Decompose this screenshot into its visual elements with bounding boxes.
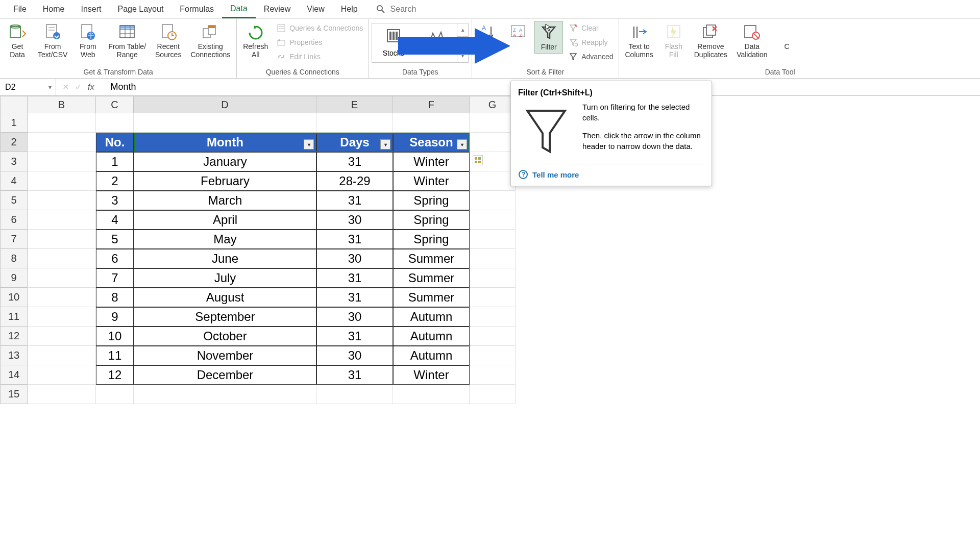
remove-duplicates-button[interactable]: Remove Duplicates: [691, 21, 730, 61]
row-header-7[interactable]: 7: [0, 230, 28, 249]
tab-page-layout[interactable]: Page Layout: [109, 1, 172, 17]
quick-analysis-icon[interactable]: [473, 155, 483, 165]
row-header-9[interactable]: 9: [0, 268, 28, 288]
cell-E14[interactable]: 31: [316, 365, 393, 385]
cell-C1[interactable]: [96, 113, 134, 133]
tell-me-more-link[interactable]: ? Tell me more: [518, 164, 704, 180]
cell-F12[interactable]: Autumn: [393, 327, 470, 346]
row-header-10[interactable]: 10: [0, 288, 28, 307]
cell-E7[interactable]: 31: [316, 230, 393, 249]
cell-C11[interactable]: 9: [96, 307, 134, 327]
cancel-edit-icon[interactable]: ✕: [62, 82, 69, 92]
cell-D5[interactable]: March: [134, 191, 316, 210]
cell-D7[interactable]: May: [134, 230, 316, 249]
filter-button[interactable]: Filter: [534, 21, 563, 54]
tab-data[interactable]: Data: [222, 1, 256, 18]
cell-B11[interactable]: [28, 307, 96, 327]
tab-formulas[interactable]: Formulas: [172, 1, 222, 17]
cell-B12[interactable]: [28, 327, 96, 346]
cell-G15[interactable]: [470, 385, 516, 404]
cell-D12[interactable]: October: [134, 327, 316, 346]
get-data-button[interactable]: Get Data: [3, 21, 32, 61]
row-header-13[interactable]: 13: [0, 346, 28, 365]
cell-E11[interactable]: 30: [316, 307, 393, 327]
cell-F8[interactable]: Summer: [393, 249, 470, 268]
cell-B2[interactable]: [28, 133, 96, 152]
cell-D13[interactable]: November: [134, 346, 316, 365]
from-table-button[interactable]: From Table/ Range: [105, 21, 149, 61]
cell-B15[interactable]: [28, 385, 96, 404]
tab-file[interactable]: File: [5, 1, 35, 17]
cell-E1[interactable]: [316, 113, 393, 133]
cell-F9[interactable]: Summer: [393, 268, 470, 288]
cell-C13[interactable]: 11: [96, 346, 134, 365]
clear-filter-button[interactable]: Clear: [566, 22, 615, 34]
refresh-all-button[interactable]: Refresh All: [240, 21, 271, 61]
properties-button[interactable]: Properties: [274, 36, 365, 48]
cell-D8[interactable]: June: [134, 249, 316, 268]
tab-home[interactable]: Home: [35, 1, 73, 17]
cell-C12[interactable]: 10: [96, 327, 134, 346]
cell-B3[interactable]: [28, 152, 96, 171]
advanced-filter-button[interactable]: Advanced: [566, 51, 615, 63]
tab-view[interactable]: View: [299, 1, 332, 17]
flash-fill-button[interactable]: Flash Fill: [659, 21, 688, 61]
spreadsheet-grid[interactable]: BCDEFG 123456789101112131415 No.Month▾Da…: [0, 96, 980, 422]
cell-D9[interactable]: July: [134, 268, 316, 288]
cell-D14[interactable]: December: [134, 365, 316, 385]
cell-G12[interactable]: [470, 327, 516, 346]
cell-G9[interactable]: [470, 268, 516, 288]
cell-D3[interactable]: January: [134, 152, 316, 171]
cell-G14[interactable]: [470, 365, 516, 385]
cell-G11[interactable]: [470, 307, 516, 327]
tab-review[interactable]: Review: [256, 1, 299, 17]
cell-D2[interactable]: Month▾: [134, 133, 316, 152]
cell-C8[interactable]: 6: [96, 249, 134, 268]
cell-E10[interactable]: 31: [316, 288, 393, 307]
col-header-G[interactable]: G: [470, 96, 516, 113]
cell-E4[interactable]: 28-29: [316, 171, 393, 191]
cell-B10[interactable]: [28, 288, 96, 307]
cell-G1[interactable]: [470, 113, 516, 133]
row-header-5[interactable]: 5: [0, 191, 28, 210]
cell-F5[interactable]: Spring: [393, 191, 470, 210]
cell-C7[interactable]: 5: [96, 230, 134, 249]
cell-C10[interactable]: 8: [96, 288, 134, 307]
row-header-8[interactable]: 8: [0, 249, 28, 268]
queries-connections-button[interactable]: Queries & Connections: [274, 22, 365, 34]
recent-sources-button[interactable]: Recent Sources: [152, 21, 184, 61]
cell-F1[interactable]: [393, 113, 470, 133]
filter-dropdown-month[interactable]: ▾: [304, 139, 314, 149]
cell-G2[interactable]: [470, 133, 516, 152]
cell-F4[interactable]: Winter: [393, 171, 470, 191]
existing-connections-button[interactable]: Existing Connections: [187, 21, 233, 61]
cell-D15[interactable]: [134, 385, 316, 404]
cell-D4[interactable]: February: [134, 171, 316, 191]
col-header-D[interactable]: D: [134, 96, 316, 113]
search-input[interactable]: [390, 5, 493, 14]
cell-B4[interactable]: [28, 171, 96, 191]
cell-F6[interactable]: Spring: [393, 210, 470, 230]
cell-E5[interactable]: 31: [316, 191, 393, 210]
text-to-columns-button[interactable]: Text to Columns: [622, 21, 656, 61]
row-header-6[interactable]: 6: [0, 210, 28, 230]
cell-F15[interactable]: [393, 385, 470, 404]
col-header-E[interactable]: E: [316, 96, 393, 113]
tab-help[interactable]: Help: [333, 1, 366, 17]
cell-F11[interactable]: Autumn: [393, 307, 470, 327]
cell-C14[interactable]: 12: [96, 365, 134, 385]
cell-E8[interactable]: 30: [316, 249, 393, 268]
col-header-F[interactable]: F: [393, 96, 470, 113]
cell-D10[interactable]: August: [134, 288, 316, 307]
select-all-corner[interactable]: [0, 96, 28, 113]
cell-E3[interactable]: 31: [316, 152, 393, 171]
cell-B9[interactable]: [28, 268, 96, 288]
cell-G13[interactable]: [470, 346, 516, 365]
reapply-button[interactable]: Reapply: [566, 36, 615, 48]
cell-E6[interactable]: 30: [316, 210, 393, 230]
cell-C5[interactable]: 3: [96, 191, 134, 210]
cell-E9[interactable]: 31: [316, 268, 393, 288]
cell-B14[interactable]: [28, 365, 96, 385]
cell-B5[interactable]: [28, 191, 96, 210]
cell-C2[interactable]: No.: [96, 133, 134, 152]
